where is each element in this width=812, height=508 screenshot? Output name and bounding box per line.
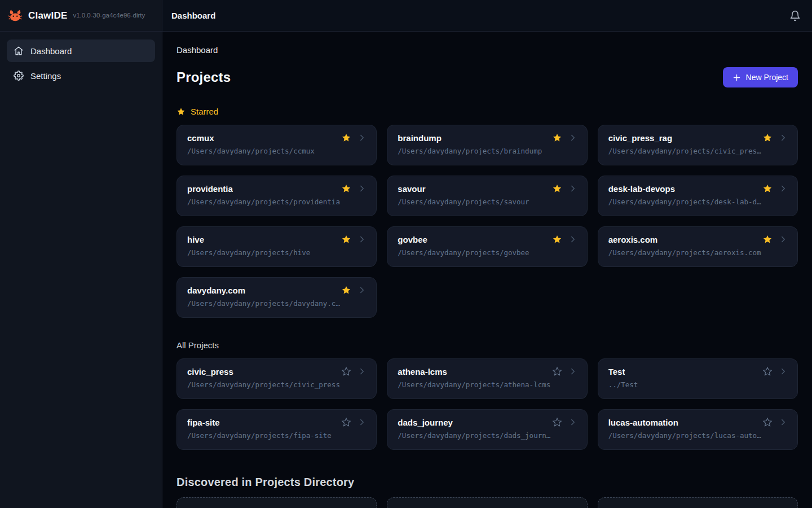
project-card[interactable]: govbee /Users/davydany/projects/govbee [387,226,587,267]
star-toggle-button[interactable] [341,234,351,244]
sidebar-item-label: Dashboard [30,46,72,56]
star-toggle-button[interactable] [552,133,562,143]
chevron-right-icon [357,366,367,376]
project-name: fipa-site [187,418,220,427]
all-projects-section-label: All Projects [176,340,798,350]
dashboard-content: Dashboard Projects New Project Starred c… [162,32,812,508]
project-path: /Users/davydany/projects/dads_journ… [398,431,577,440]
project-card[interactable]: davydany.com /Users/davydany/projects/da… [176,277,377,318]
star-toggle-button[interactable] [341,133,351,143]
all-projects-grid: civic_press /Users/davydany/projects/civ… [176,358,798,450]
project-path: ../Test [608,380,788,389]
project-path: /Users/davydany/projects/aeroxis.com [608,248,788,257]
star-toggle-button[interactable] [341,183,351,194]
notifications-bell-icon[interactable] [789,10,801,21]
project-name: civic_press [187,367,233,376]
sidebar-item-label: Settings [30,71,61,81]
project-card[interactable]: aeroxis.com /Users/davydany/projects/aer… [598,226,798,267]
chevron-right-icon [568,183,578,194]
app-version: v1.0.0-30-ga4c4e96-dirty [73,11,145,20]
discovered-project-card: csharp-api Import [176,497,377,508]
sidebar-nav: Dashboard Settings [0,32,162,95]
star-toggle-button[interactable] [552,234,562,244]
plus-icon [732,73,741,82]
crab-logo-icon [8,8,23,23]
project-name: providentia [187,184,233,194]
project-card[interactable]: ccmux /Users/davydany/projects/ccmux [176,125,377,165]
project-path: /Users/davydany/projects/davydany.c… [187,299,367,308]
star-toggle-button[interactable] [341,285,351,295]
star-toggle-button[interactable] [552,417,562,427]
star-toggle-button[interactable] [552,183,562,194]
project-path: /Users/davydany/projects/desk-lab-d… [608,198,788,206]
star-toggle-button[interactable] [552,366,562,376]
new-project-button[interactable]: New Project [723,67,798,87]
gear-icon [14,71,24,81]
project-card[interactable]: civic_press /Users/davydany/projects/civ… [176,358,377,399]
project-name: dads_journey [398,418,453,427]
project-name: braindump [398,133,442,143]
topbar-title: Dashboard [171,11,215,20]
star-toggle-button[interactable] [762,133,773,143]
sidebar-item-dashboard[interactable]: Dashboard [7,40,155,62]
star-toggle-button[interactable] [341,366,351,376]
project-card[interactable]: dads_journey /Users/davydany/projects/da… [387,409,587,450]
sidebar-item-settings[interactable]: Settings [7,64,155,87]
project-name: lucas-automation [608,418,678,427]
star-toggle-button[interactable] [341,417,351,427]
starred-section-label: Starred [176,107,798,116]
chevron-right-icon [778,183,788,194]
project-path: /Users/davydany/projects/braindump [398,147,577,155]
project-name: civic_press_rag [608,133,672,143]
project-name: ccmux [187,133,214,143]
project-path: /Users/davydany/projects/providentia [187,198,367,206]
starred-projects-grid: ccmux /Users/davydany/projects/ccmux bra… [176,125,798,318]
chevron-right-icon [778,366,788,376]
project-path: /Users/davydany/projects/civic_pres… [608,147,788,155]
star-toggle-button[interactable] [762,417,773,427]
discovered-projects-grid: csharp-api Import golang-microservice Im… [176,497,798,508]
project-card[interactable]: lucas-automation /Users/davydany/project… [598,409,798,450]
star-toggle-button[interactable] [762,234,773,244]
chevron-right-icon [568,133,578,143]
chevron-right-icon [568,366,578,376]
chevron-right-icon [357,133,367,143]
page-title: Projects [176,69,231,85]
project-card[interactable]: hive /Users/davydany/projects/hive [176,226,377,267]
star-icon [176,107,186,116]
project-path: /Users/davydany/projects/fipa-site [187,431,367,440]
chevron-right-icon [778,133,788,143]
project-path: /Users/davydany/projects/lucas-auto… [608,431,788,440]
star-toggle-button[interactable] [762,183,773,194]
project-card[interactable]: desk-lab-devops /Users/davydany/projects… [598,176,798,216]
project-name: Test [608,367,625,376]
discovered-section-title: Discovered in Projects Directory [176,476,798,489]
chevron-right-icon [778,234,788,244]
topbar: Dashboard [162,0,812,32]
project-card[interactable]: fipa-site /Users/davydany/projects/fipa-… [176,409,377,450]
project-card[interactable]: athena-lcms /Users/davydany/projects/ath… [387,358,587,399]
project-name: govbee [398,235,427,244]
chevron-right-icon [568,417,578,427]
project-name: aeroxis.com [608,235,658,244]
chevron-right-icon [357,285,367,295]
project-name: desk-lab-devops [608,184,675,194]
project-path: /Users/davydany/projects/civic_press [187,380,367,389]
project-path: /Users/davydany/projects/ccmux [187,147,367,155]
project-path: /Users/davydany/projects/govbee [398,248,577,257]
project-card[interactable]: Test ../Test [598,358,798,399]
chevron-right-icon [568,234,578,244]
sidebar-header: ClawIDE v1.0.0-30-ga4c4e96-dirty [0,0,162,32]
project-card[interactable]: savour /Users/davydany/projects/savour [387,176,587,216]
chevron-right-icon [357,183,367,194]
project-name: davydany.com [187,286,245,295]
project-card[interactable]: civic_press_rag /Users/davydany/projects… [598,125,798,165]
app-name: ClawIDE [28,10,67,21]
project-name: savour [398,184,425,194]
project-path: /Users/davydany/projects/hive [187,248,367,257]
project-card[interactable]: braindump /Users/davydany/projects/brain… [387,125,587,165]
chevron-right-icon [357,234,367,244]
project-card[interactable]: providentia /Users/davydany/projects/pro… [176,176,377,216]
star-toggle-button[interactable] [762,366,773,376]
project-name: athena-lcms [398,367,447,376]
